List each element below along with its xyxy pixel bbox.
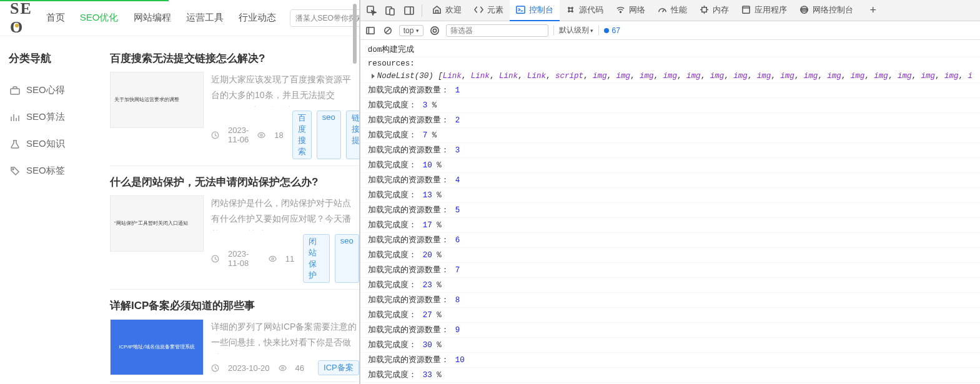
article-0: 百度搜索无法提交链接怎么解决?关于加快网站运营要求的调整近期大家应该发现了百度搜…	[110, 42, 359, 166]
devtools-tab-code[interactable]: 元素	[468, 0, 510, 21]
sidebar-title: 分类导航	[9, 51, 91, 66]
article-date: 2023-11-08	[228, 249, 260, 268]
article-meta: 2023-10-2046ICP备案	[211, 360, 359, 375]
console-line: 加载完成度：30 %	[360, 338, 980, 353]
article-meta: 2023-11-0618百度搜索seo链接提	[211, 111, 359, 159]
console-filter-input[interactable]	[446, 24, 548, 37]
article-title[interactable]: 详解ICP备案必须知道的那些事	[110, 298, 359, 313]
sidebar-toggle-button[interactable]	[364, 24, 377, 37]
article-views: 11	[285, 254, 294, 263]
tag[interactable]: 百度搜索	[292, 111, 312, 159]
bug-icon	[566, 5, 575, 14]
article-title[interactable]: 百度搜索无法提交链接怎么解决?	[110, 51, 359, 66]
sidebar-item-label: SEO标签	[26, 165, 65, 177]
svg-line-25	[662, 10, 664, 12]
article-meta: 2023-11-0811闭站保护seo	[211, 234, 359, 283]
tag[interactable]: 链接提	[346, 111, 359, 159]
article-thumb[interactable]: "网站保护"工具暂时关闭入口通知	[110, 195, 204, 252]
sidebar-item-label: SEO算法	[26, 111, 65, 123]
site-logo[interactable]: SEO	[10, 0, 32, 37]
top-nav: SEO 首页SEO优化网站编程运营工具行业动态 潘某人SEO带你探索SEO的	[0, 0, 359, 36]
scrollbar-thumb[interactable]	[353, 4, 357, 64]
tag[interactable]: seo	[335, 234, 359, 283]
console-line: 加载完成的资源数量：3	[360, 143, 980, 158]
tab-label: 内存	[713, 4, 729, 16]
sidebar: 分类导航 SEO心得SEO算法SEO知识SEO标签	[0, 36, 100, 384]
nav-item-2[interactable]: 网站编程	[132, 9, 172, 26]
svg-rect-15	[390, 9, 394, 15]
tab-label: 应用程序	[755, 4, 787, 16]
svg-point-20	[568, 7, 570, 9]
console-line: 加载完成度：27 %	[360, 308, 980, 323]
console-line: 加载完成的资源数量：4	[360, 173, 980, 188]
home-icon	[432, 5, 442, 14]
nav-item-4[interactable]: 行业动态	[237, 9, 277, 26]
devtools-tab-gauge[interactable]: 性能	[651, 0, 693, 21]
console-toolbar: top▾ 默认级别▾ 67	[360, 21, 980, 40]
article-title[interactable]: 什么是闭站保护，无法申请闭站保护怎么办?	[110, 175, 359, 189]
tab-label: 网络	[629, 4, 645, 16]
info-dot-icon	[604, 28, 609, 33]
tab-label: 欢迎	[445, 4, 462, 16]
execution-context-select[interactable]: top▾	[399, 25, 424, 36]
tag[interactable]: seo	[317, 111, 341, 159]
chart-icon	[10, 112, 20, 122]
console-output[interactable]: dom构建完成resources:NodeList(30) [Link, Lin…	[360, 40, 980, 384]
clock-icon	[211, 255, 219, 263]
dock-side-button[interactable]	[400, 2, 418, 19]
tag[interactable]: ICP备案	[318, 360, 359, 375]
eye-icon	[257, 131, 265, 139]
devtools-tabbar: 欢迎元素控制台源代码网络性能内存应用程序网络控制台 +	[360, 0, 980, 21]
svg-point-10	[272, 257, 274, 259]
live-expression-button[interactable]	[428, 24, 441, 37]
article-thumb[interactable]: ICP/IP地址/域名信息备案管理系统	[110, 319, 204, 375]
svg-point-6	[12, 169, 14, 170]
console-line: NodeList(30) [Link, Link, Link, Link, sc…	[360, 70, 980, 83]
message-count-badge[interactable]: 67	[604, 26, 620, 35]
add-tab-button[interactable]: +	[864, 2, 882, 19]
wifi-icon	[616, 5, 625, 14]
clear-console-button[interactable]	[382, 24, 394, 37]
website-pane: SEO 首页SEO优化网站编程运营工具行业动态 潘某人SEO带你探索SEO的 分…	[0, 0, 360, 384]
devtools-tab-bug[interactable]: 源代码	[560, 0, 610, 21]
devtools-tab-console[interactable]: 控制台	[510, 0, 560, 21]
console-icon	[516, 5, 525, 14]
nav-item-1[interactable]: SEO优化	[79, 9, 120, 26]
sidebar-item-label: SEO心得	[26, 84, 65, 96]
tab-label: 源代码	[579, 4, 603, 16]
article-thumb[interactable]: 关于加快网站运营要求的调整	[110, 72, 204, 128]
inspect-element-button[interactable]	[363, 2, 380, 19]
devtools-tab-wifi[interactable]: 网络	[610, 0, 651, 21]
article-desc: 详细的罗列了网站ICP备案需要注意的一些问悬挂，快来比对看下你是否做对了。	[211, 319, 359, 354]
nav-item-3[interactable]: 运营工具	[185, 9, 225, 26]
clock-icon	[211, 364, 219, 372]
device-toggle-button[interactable]	[382, 2, 399, 19]
expand-triangle-icon[interactable]	[372, 74, 375, 79]
sidebar-item-label: SEO知识	[26, 138, 65, 150]
devtools-tab-chip[interactable]: 内存	[693, 0, 735, 21]
devtools-tab-net[interactable]: 网络控制台	[793, 0, 859, 21]
log-level-select[interactable]: 默认级别▾	[559, 25, 593, 36]
sidebar-item-1[interactable]: SEO算法	[6, 104, 94, 130]
svg-rect-31	[743, 6, 750, 13]
sidebar-item-0[interactable]: SEO心得	[6, 77, 94, 104]
devtools-tab-app[interactable]: 应用程序	[735, 0, 793, 21]
tag[interactable]: 闭站保护	[303, 234, 329, 283]
search-input[interactable]: 潘某人SEO带你探索SEO的	[290, 9, 360, 27]
article-2: 详解ICP备案必须知道的那些事ICP/IP地址/域名信息备案管理系统详细的罗列了…	[110, 290, 359, 382]
console-line: resources:	[360, 57, 980, 70]
net-icon	[799, 5, 809, 14]
svg-point-24	[620, 11, 621, 12]
article-list: 百度搜索无法提交链接怎么解决?关于加快网站运营要求的调整近期大家应该发现了百度搜…	[100, 36, 359, 384]
svg-rect-36	[367, 27, 374, 34]
svg-rect-0	[11, 89, 19, 94]
sidebar-item-3[interactable]: SEO标签	[6, 157, 94, 184]
nav-item-0[interactable]: 首页	[45, 9, 66, 26]
console-line: 加载完成的资源数量：8	[360, 293, 980, 308]
devtools-tab-home[interactable]: 欢迎	[426, 0, 468, 21]
clock-icon	[211, 131, 219, 139]
console-line: 加载完成的资源数量：1	[360, 83, 980, 98]
svg-point-22	[568, 11, 570, 12]
article-1: 什么是闭站保护，无法申请闭站保护怎么办?"网站保护"工具暂时关闭入口通知闭站保护…	[110, 166, 359, 290]
sidebar-item-2[interactable]: SEO知识	[6, 130, 94, 157]
